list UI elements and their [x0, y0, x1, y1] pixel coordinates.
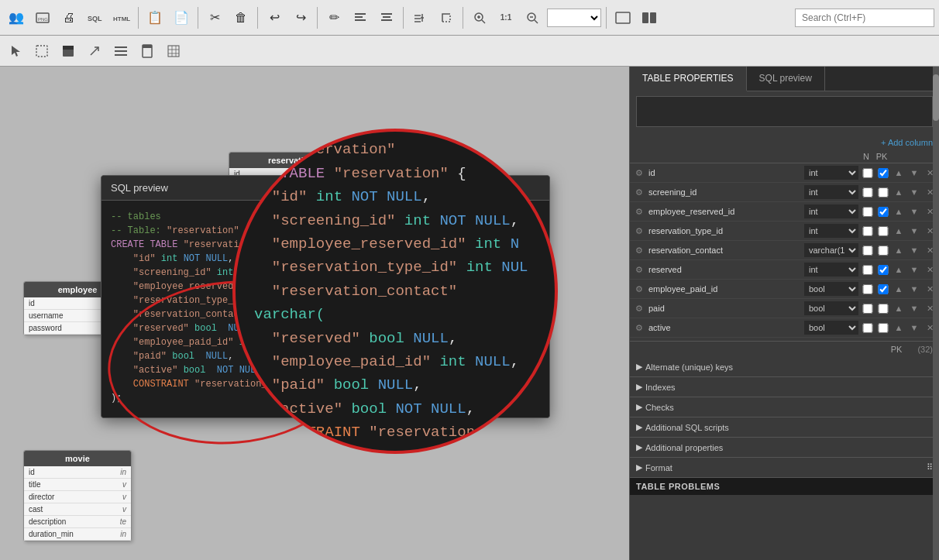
chevron-down-icon[interactable]: ▼: [908, 168, 920, 177]
expand-additional-props[interactable]: ▶ Additional properties: [630, 438, 939, 458]
chevron-up-icon[interactable]: ▲: [893, 187, 905, 197]
nullable-emp-paid-id[interactable]: [862, 284, 874, 294]
pen-btn[interactable]: ✏: [322, 6, 346, 29]
pk-id[interactable]: [877, 168, 889, 178]
chevron-up-icon[interactable]: ▲: [893, 304, 905, 313]
nullable-emp-res-id[interactable]: [862, 207, 874, 217]
table-card-movie[interactable]: movie id in title v director v cast v: [23, 450, 132, 541]
type-select-emp-res-id[interactable]: int: [804, 204, 858, 218]
pk-emp-paid-id[interactable]: [877, 284, 889, 294]
type-select-id[interactable]: int: [804, 166, 858, 180]
type-select-screening-id[interactable]: int: [804, 185, 858, 199]
type-select-paid[interactable]: bool: [804, 301, 858, 315]
view-btn1[interactable]: [611, 6, 635, 29]
cut-btn[interactable]: ✂: [203, 6, 226, 29]
corner-arrow-tool[interactable]: [84, 40, 105, 62]
table-tool[interactable]: [57, 40, 79, 62]
gear-icon[interactable]: ⚙: [633, 304, 645, 314]
chevron-up-icon[interactable]: ▲: [893, 207, 905, 216]
undo-btn[interactable]: ↩: [263, 6, 286, 29]
pk-reserved[interactable]: [877, 265, 889, 275]
nullable-id[interactable]: [862, 168, 874, 178]
chevron-up-icon[interactable]: ▲: [893, 168, 905, 177]
chevron-down-icon[interactable]: ▼: [908, 323, 920, 332]
copy-btn[interactable]: 📋: [143, 6, 167, 29]
nullable-paid[interactable]: [862, 304, 874, 314]
paste-btn[interactable]: 📄: [170, 6, 193, 29]
canvas-area[interactable]: reservation_type id int PK employee id i…: [0, 67, 629, 560]
pk-paid[interactable]: [877, 304, 889, 314]
chevron-up-icon[interactable]: ▲: [893, 265, 905, 274]
zoom-in-btn[interactable]: [468, 6, 491, 29]
pk-emp-res-id[interactable]: [877, 207, 889, 217]
chevron-up-icon[interactable]: ▲: [893, 284, 905, 294]
lines-tool[interactable]: [110, 40, 132, 62]
chevron-up-icon[interactable]: ▲: [893, 246, 905, 255]
gear-icon[interactable]: ⚙: [633, 207, 645, 217]
pk-screening-id[interactable]: [877, 187, 889, 198]
tab-sql-preview[interactable]: SQL preview: [747, 67, 825, 91]
chevron-down-icon[interactable]: ▼: [908, 304, 920, 313]
nullable-active[interactable]: [862, 323, 874, 333]
zoom-out-btn[interactable]: [521, 6, 544, 29]
type-select-reserved[interactable]: int: [804, 263, 858, 277]
type-select-emp-paid-id[interactable]: bool: [804, 282, 858, 296]
nullable-screening-id[interactable]: [862, 187, 874, 198]
scrollbar-thumb[interactable]: [933, 74, 939, 121]
corner-btn[interactable]: [435, 6, 458, 29]
expand-format[interactable]: ▶ Format ⠿: [630, 458, 939, 478]
chevron-down-icon[interactable]: ▼: [908, 207, 920, 216]
html-btn[interactable]: HTML: [110, 6, 133, 29]
sql-btn[interactable]: SQL: [84, 6, 107, 29]
align-center-btn[interactable]: [375, 6, 398, 29]
pk-res-type-id[interactable]: [877, 226, 889, 236]
col-add-btn[interactable]: [408, 6, 432, 29]
type-select-res-contact[interactable]: varchar(1024): [804, 243, 858, 257]
expand-additional-sql[interactable]: ▶ Additional SQL scripts: [630, 417, 939, 438]
nullable-res-contact[interactable]: [862, 246, 874, 256]
view-btn2[interactable]: [638, 6, 661, 29]
gear-icon[interactable]: ⚙: [633, 226, 645, 236]
chevron-up-icon[interactable]: ▲: [893, 226, 905, 235]
expand-indexes[interactable]: ▶ Indexes: [630, 377, 939, 397]
svg-rect-4: [355, 13, 366, 15]
zoom-11-btn[interactable]: 1:1: [494, 6, 518, 29]
expand-alternate-keys[interactable]: ▶ Alternate (unique) keys: [630, 357, 939, 377]
redo-btn[interactable]: ↪: [289, 6, 312, 29]
print-btn[interactable]: 🖨: [57, 6, 81, 29]
zoom-select[interactable]: 100%: [547, 9, 601, 27]
nullable-reserved[interactable]: [862, 265, 874, 275]
type-select-res-type-id[interactable]: int: [804, 224, 858, 238]
rect-select-tool[interactable]: [31, 40, 53, 62]
expand-checks[interactable]: ▶ Checks: [630, 397, 939, 417]
nullable-res-type-id[interactable]: [862, 226, 874, 236]
chevron-down-icon[interactable]: ▼: [908, 226, 920, 235]
pk-res-contact[interactable]: [877, 246, 889, 256]
column-row-reservation-type-id: ⚙ reservation_type_id int ▲ ▼ ✕: [630, 222, 939, 241]
delete-btn[interactable]: 🗑: [229, 6, 253, 29]
gear-icon[interactable]: ⚙: [633, 265, 645, 275]
gear-icon[interactable]: ⚙: [633, 187, 645, 198]
gear-icon[interactable]: ⚙: [633, 246, 645, 256]
chevron-up-icon[interactable]: ▲: [893, 323, 905, 332]
pk-active[interactable]: [877, 323, 889, 333]
gear-icon[interactable]: ⚙: [633, 168, 645, 178]
gear-icon[interactable]: ⚙: [633, 284, 645, 294]
align-left-btn[interactable]: [349, 6, 372, 29]
paper-tool[interactable]: [136, 40, 158, 62]
chevron-down-icon[interactable]: ▼: [908, 246, 920, 255]
type-select-active[interactable]: bool: [804, 321, 858, 335]
grid-tool[interactable]: [163, 40, 184, 62]
add-column-btn[interactable]: + Add column: [630, 135, 939, 150]
tab-table-properties[interactable]: TABLE PROPERTIES: [630, 67, 747, 91]
gear-icon[interactable]: ⚙: [633, 323, 645, 333]
table-name-input[interactable]: [636, 96, 933, 127]
png-export-btn[interactable]: PNG: [31, 6, 54, 29]
chevron-down-icon[interactable]: ▼: [908, 265, 920, 274]
right-panel-scrollbar[interactable]: [933, 67, 939, 560]
chevron-down-icon[interactable]: ▼: [908, 187, 920, 197]
people-icon-btn[interactable]: 👥: [5, 6, 28, 29]
chevron-down-icon[interactable]: ▼: [908, 284, 920, 294]
search-input[interactable]: [795, 9, 934, 27]
select-tool[interactable]: [5, 40, 26, 62]
